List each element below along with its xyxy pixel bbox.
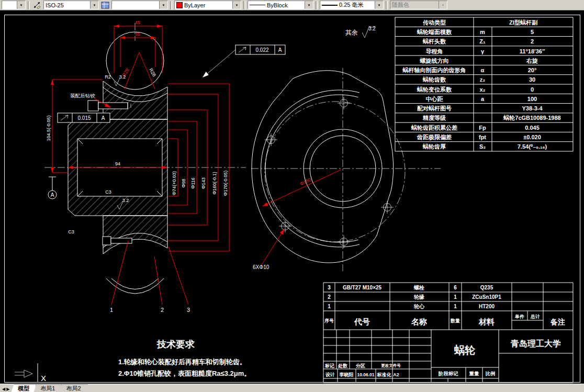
end-view: Φ150 6XΦ10 其余 3.2 — [252, 26, 405, 270]
param-symbol: γ — [481, 48, 485, 54]
tb-mark: 标记 — [324, 363, 334, 368]
linetype-value: ByBlock — [248, 1, 305, 9]
param-symbol: Z₁ — [479, 38, 486, 44]
tb-date: 10.06.01 — [357, 372, 374, 377]
tb-scale: 比例 — [486, 371, 496, 376]
dimstyle-combo[interactable]: ISO-25 ▼ — [43, 1, 99, 9]
tab-layout1[interactable]: 布局1 — [33, 384, 62, 392]
tab-model[interactable]: 模型 — [11, 384, 36, 392]
part-qty: 1 — [454, 294, 457, 300]
param-value: 5 — [531, 29, 534, 35]
toolbar-stub-combo[interactable]: ▼ — [2, 1, 26, 9]
part-qty: 1 — [454, 304, 457, 309]
chevron-down-icon[interactable]: ▼ — [375, 1, 383, 9]
dim-style-icon[interactable] — [32, 1, 42, 10]
param-symbol: fpt — [479, 134, 486, 140]
lineweight-combo[interactable]: 0.25 毫米 ▼ — [320, 1, 384, 9]
param-value: 30 — [529, 76, 535, 83]
balloon-3: 3 — [187, 307, 190, 313]
chevron-down-icon[interactable]: ▼ — [305, 1, 313, 9]
tab-layout2[interactable]: 布局2 — [59, 384, 87, 392]
title-block: 3 GB/T27 M10×25 螺栓 6 Q235 2 轮缘 1 ZCuSn10… — [323, 283, 573, 383]
toolbar-separator — [316, 1, 318, 9]
param-symbol: α — [481, 67, 485, 73]
col-seq: 序号 — [324, 318, 334, 323]
tech-req-item: 1.轮缘和轮心装配好后再精车和切制轮齿。 — [118, 358, 246, 366]
color-combo[interactable]: ByLayer ▼ — [174, 1, 241, 9]
balloon-2: 2 — [161, 307, 164, 313]
hole-callout-label: 6XΦ10 — [253, 264, 269, 270]
chevron-down-icon[interactable]: ▼ — [232, 1, 241, 9]
part-name: 螺栓 — [413, 285, 425, 290]
part-name: 轮心 — [413, 304, 425, 309]
linetype-glyph — [250, 5, 265, 5]
tb-doc-no: 更改文件号 — [381, 363, 401, 368]
param-symbol: S₂ — [479, 143, 486, 150]
surface-note-label: 其余 — [345, 29, 358, 36]
param-symbol: m — [480, 29, 485, 35]
plotstyle-value: 随颜色 — [390, 1, 439, 9]
part-material: ZCuSn10P1 — [472, 294, 501, 300]
object-properties-toolbar: ▼ ISO-25 ▼ ▼ ByLayer ▼ ByBlock ▼ 0.25 毫米 — [0, 0, 584, 10]
dim-width-label: 104.5(-0.05) — [46, 115, 51, 141]
toolbar-separator — [386, 1, 388, 9]
drawing-canvas[interactable]: A 45 35 94 104.5(-0.05) Φ74(+0.03) Φ98 Φ… — [0, 10, 584, 384]
param-symbol: z₂ — [480, 76, 486, 83]
col-unit: 单件 — [514, 314, 524, 319]
part-material: Q235 — [480, 285, 493, 290]
radius-r2-label: R2 — [105, 74, 111, 80]
param-label: 导程角 — [426, 48, 443, 54]
col-qty: 数量 — [450, 318, 460, 323]
dia-label: Φ143 — [201, 177, 206, 189]
chamfer-label: C3 — [68, 229, 74, 234]
lineweight-value: 0.25 毫米 — [320, 1, 375, 9]
part-seq: 1 — [328, 304, 331, 309]
tb-std: 标准化 — [377, 372, 392, 377]
dia-label: Φ170(-0.05) — [223, 171, 228, 196]
param-symbol: a — [481, 96, 485, 102]
dia-label: Φ116 — [190, 177, 196, 189]
datum-a-symbol: A — [48, 177, 57, 199]
dim-45-label: 45 — [135, 20, 140, 25]
table-style-combo[interactable]: ▼ — [111, 1, 168, 9]
param-value: 0.045 — [525, 125, 540, 131]
datum-label: A — [51, 192, 54, 198]
roughness-value: 3.2 — [122, 198, 129, 203]
tech-req-title: 技术要求 — [156, 339, 195, 350]
tb-zone: 分区 — [355, 363, 365, 368]
param-label: 蜗轮齿距积累公差 — [411, 125, 457, 131]
param-value: 20° — [528, 67, 537, 73]
param-label: 精度等级 — [422, 115, 446, 121]
param-symbol: Fp — [479, 125, 486, 131]
gdt-frame-runout-0022: 0.022 A — [203, 45, 285, 77]
param-label: 齿距极限偏差 — [417, 134, 452, 140]
dimstyle-value: ISO-25 — [44, 1, 90, 9]
ucs-icon: X — [15, 363, 46, 383]
linetype-combo[interactable]: ByBlock ▼ — [248, 1, 313, 9]
param-label: 中心距 — [426, 96, 443, 102]
col-remark: 备注 — [550, 318, 565, 326]
part-seq: 3 — [328, 285, 331, 290]
part-seq: 2 — [328, 294, 331, 300]
param-value: 11°18′36″ — [520, 48, 545, 54]
tb-count: 处数 — [338, 363, 348, 368]
toolbar-separator — [28, 1, 30, 9]
param-label: 配对蜗杆图号 — [417, 105, 452, 111]
param-header-value: ZI型蜗杆副 — [509, 19, 537, 26]
chevron-down-icon[interactable]: ▼ — [90, 1, 98, 9]
gdt-tolerance: 0.015 — [77, 115, 91, 121]
chevron-down-icon[interactable]: ▼ — [159, 1, 167, 9]
col-code: 代号 — [354, 317, 370, 326]
param-value: 100 — [527, 96, 537, 102]
chamfer-label: C3 — [105, 189, 111, 195]
tb-sheet: A2 — [393, 372, 399, 377]
technical-requirements: 技术要求 1.轮缘和轮心装配好后再精车和切制轮齿。 2.Φ10锥销孔配铰，表面粗… — [118, 339, 251, 377]
table-style-icon[interactable] — [100, 1, 110, 10]
autocad-window: ▼ ISO-25 ▼ ▼ ByLayer ▼ ByBlock ▼ 0.25 毫米 — [0, 0, 584, 392]
col-material: 材料 — [478, 317, 495, 326]
part-title: 蜗轮 — [454, 344, 476, 356]
chevron-down-icon[interactable]: ▼ — [17, 1, 25, 9]
param-header-label: 传动类型 — [422, 19, 446, 26]
param-value: 蜗轮7cGB10089-1988 — [503, 115, 560, 121]
gdt-datum: A — [102, 115, 105, 121]
